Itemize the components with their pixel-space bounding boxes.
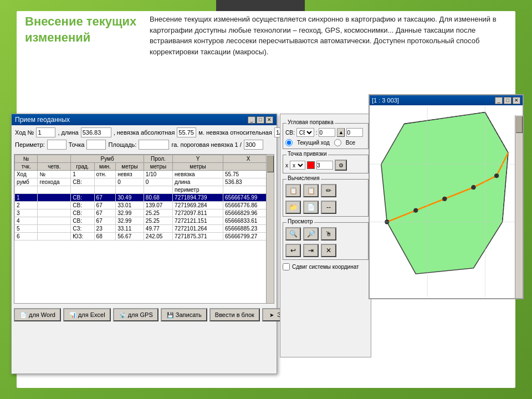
- map-window: [1 : 3 003] _ □ ✕ × × ×: [369, 94, 524, 299]
- calc-btn-6[interactable]: --: [321, 201, 336, 214]
- table-header-row-2: тчк. четв. град. мин. метры метры метры: [15, 163, 274, 171]
- ploshad-input[interactable]: [139, 140, 169, 150]
- nevyazka-rel-label: м. невязка относительная: [198, 129, 272, 136]
- map-scrollbar[interactable]: [515, 115, 523, 298]
- cell: [38, 233, 71, 241]
- perimetr-label: Периметр:: [15, 141, 45, 148]
- calc-btn-5[interactable]: 📄: [303, 201, 319, 214]
- subh-tchk: тчк.: [15, 163, 38, 171]
- view-btn-6[interactable]: ✕: [321, 244, 336, 257]
- red-square-icon: [307, 161, 315, 169]
- zapis-button[interactable]: 💾 Записать: [161, 308, 207, 321]
- cell: 3: [15, 209, 38, 217]
- tochka-action-btn[interactable]: ⚙: [335, 160, 347, 171]
- cell: 67: [94, 194, 116, 202]
- table-scrollbar[interactable]: [266, 155, 274, 303]
- svg-text:×: ×: [470, 185, 474, 191]
- sdvig-checkbox[interactable]: [283, 263, 290, 270]
- calc-btn-4[interactable]: 📁: [285, 201, 301, 214]
- description-section: Внесение текущих изменений осуществляетс…: [150, 14, 504, 57]
- radio-all[interactable]: [334, 139, 341, 146]
- ploshad-label: Площадь:: [108, 141, 136, 148]
- cell: [38, 194, 71, 202]
- angle-input-1[interactable]: [319, 128, 335, 137]
- cell: 242.05: [144, 233, 172, 241]
- table-header-row-1: № Румб Прол. Y X: [15, 155, 274, 163]
- cell: 56.67: [116, 233, 144, 241]
- dlina-label: , длина: [58, 129, 78, 136]
- cell: геохода: [38, 178, 71, 186]
- maximize-button[interactable]: □: [257, 116, 264, 124]
- table-row[interactable]: 2 СВ: 67 33.01 139.07 7271969.284 656667…: [15, 202, 274, 209]
- subh-chetv: четв.: [38, 163, 71, 171]
- minimize-button[interactable]: _: [248, 116, 255, 124]
- sv-label: СВ:: [285, 130, 295, 136]
- subh-min: мин.: [94, 163, 116, 171]
- radio-group: Текущий ход Все: [285, 139, 366, 146]
- view-btn-5[interactable]: ⇥: [303, 244, 319, 257]
- cell: 1/10: [144, 171, 172, 178]
- description-text: Внесение текущих изменений осуществляетс…: [150, 15, 497, 56]
- cell: отн.: [94, 171, 116, 178]
- tochka-input[interactable]: [86, 140, 106, 150]
- cell: 49.77: [144, 225, 172, 233]
- cell: [94, 186, 116, 194]
- vvesti-button[interactable]: Ввести в блок: [209, 308, 260, 321]
- cell: длина: [173, 178, 223, 186]
- map-minimize[interactable]: _: [495, 97, 503, 104]
- cell: [116, 186, 144, 194]
- cell: 7271969.284: [173, 202, 223, 209]
- colon1: :: [316, 130, 318, 136]
- nevyazka-abs-label: , невязка абсолютная: [114, 129, 175, 136]
- excel-button[interactable]: 📊 для Excel: [63, 308, 111, 321]
- perimetr-input[interactable]: [47, 140, 66, 150]
- sv-select[interactable]: СВ: [296, 128, 314, 137]
- subh-metry2: метры: [144, 163, 172, 171]
- view-btn-3[interactable]: 🖱: [321, 227, 336, 241]
- spin-up-1[interactable]: ▲: [337, 128, 345, 137]
- map-close[interactable]: ✕: [513, 97, 520, 104]
- view-btn-4[interactable]: ↩: [285, 244, 301, 257]
- gps-button[interactable]: 📡 для GPS: [113, 308, 158, 321]
- cell: 67: [94, 217, 116, 225]
- dlina-input[interactable]: [81, 127, 111, 137]
- nevyazka-abs-input[interactable]: [177, 127, 196, 137]
- cell: СВ:: [71, 178, 94, 186]
- cell: 7272121.151: [173, 217, 223, 225]
- table-row: Ход № 1 отн. невяз 1/10 невязка 55.75: [15, 171, 274, 178]
- x-label: x: [285, 162, 288, 168]
- form-row-2: Периметр: Точка Площадь: га. пороговая н…: [15, 140, 273, 150]
- angle-input-2[interactable]: [346, 128, 363, 137]
- scroll-thumb[interactable]: [267, 156, 274, 172]
- calc-btn-2[interactable]: 📋: [303, 184, 319, 197]
- x-select[interactable]: x: [290, 161, 305, 170]
- current-label: Текущий ход: [297, 140, 330, 146]
- cell: СВ:: [71, 194, 94, 202]
- word-button[interactable]: 📄 для Word: [14, 308, 61, 321]
- table-row[interactable]: 6 ЮЗ: 68 56.67 242.05 7271875.371 656667…: [15, 233, 274, 241]
- table-row[interactable]: 4 СВ: 67 32.99 25.25 7272121.151 6566683…: [15, 217, 274, 225]
- table-row[interactable]: 5 СЗ: 23 33.11 49.77 7272101.264 6566688…: [15, 225, 274, 233]
- map-maximize[interactable]: □: [504, 97, 511, 104]
- view-btn-1[interactable]: 🔍: [285, 227, 301, 241]
- calc-btn-3[interactable]: ✏: [321, 184, 336, 197]
- cell: невяз: [116, 171, 144, 178]
- close-button[interactable]: ✕: [265, 116, 273, 124]
- col-header-empty: [38, 155, 71, 163]
- bottom-buttons: 📄 для Word 📊 для Excel 📡 для GPS 💾 Запис…: [12, 306, 277, 324]
- radio-current[interactable]: [285, 139, 293, 146]
- map-titlebar: [1 : 3 003] _ □ ✕: [370, 95, 523, 105]
- table-row[interactable]: 3 СВ: 67 32.99 25.25 7272097.811 6566682…: [15, 209, 274, 217]
- export-icon: ➤: [268, 311, 275, 319]
- hod-input[interactable]: [36, 127, 55, 137]
- tochka-num-input[interactable]: [316, 161, 333, 170]
- cell: СВ:: [71, 209, 94, 217]
- col-header-y: Y: [173, 155, 223, 163]
- cell: 6: [15, 233, 38, 241]
- calc-btn-1[interactable]: 📋: [285, 184, 301, 197]
- map-scroll-thumb[interactable]: [516, 116, 523, 133]
- prosmotr-section: Просмотр 🔍 🔎 🖱 ↩ ⇥ ✕: [283, 222, 369, 260]
- table-row-selected[interactable]: 1 СВ: 67 30.49 80.68 7271894.739 6566674…: [15, 194, 274, 202]
- view-btn-2[interactable]: 🔎: [303, 227, 319, 241]
- ga-input[interactable]: [244, 140, 263, 150]
